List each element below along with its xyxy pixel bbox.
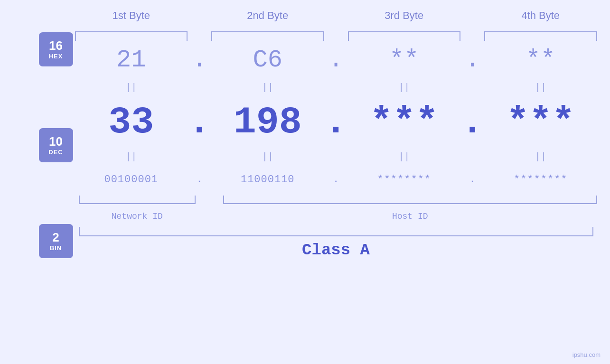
host-id-label: Host ID	[392, 212, 428, 221]
host-id-label-wrapper: Host ID	[223, 212, 597, 221]
badges-column: 16 HEX 10 DEC 2 BIN	[37, 4, 75, 259]
bracket-1	[75, 31, 188, 41]
network-id-label-wrapper: Network ID	[75, 212, 200, 221]
byte-header-4: 4th Byte	[484, 9, 597, 22]
top-bracket-row	[75, 29, 597, 41]
eq1-3: ||	[348, 82, 461, 93]
badge-hex-label: HEX	[49, 53, 63, 60]
top-bracket-3	[348, 31, 461, 41]
byte-header-2: 2nd Byte	[211, 9, 324, 22]
eq1-4: ||	[484, 82, 597, 93]
dec-value-2: 198	[211, 101, 324, 144]
eq1-1: ||	[75, 82, 188, 93]
hex-sep-2: .	[324, 46, 348, 74]
badge-dec: 10 DEC	[39, 128, 73, 162]
dec-value-4: ***	[484, 101, 597, 144]
eq2-3: ||	[348, 151, 461, 162]
hex-sep-3: .	[460, 46, 484, 74]
top-bracket-1	[75, 31, 188, 41]
top-bracket-2	[211, 31, 324, 41]
bin-value-3: ********	[348, 174, 461, 186]
right-values: 1st Byte 2nd Byte 3rd Byte 4th Byte	[75, 4, 597, 259]
network-bracket-wrapper	[75, 196, 200, 204]
dec-sep-1: .	[188, 101, 211, 144]
hex-value-2: C6	[211, 46, 324, 74]
main-grid: 16 HEX 10 DEC 2 BIN 1st Byte 2nd Byte	[37, 4, 597, 259]
class-label-wrapper: Class A	[75, 241, 597, 259]
badge-bin-number: 2	[52, 231, 59, 244]
watermark: ipshu.com	[572, 351, 601, 358]
bottom-bracket-row	[75, 196, 597, 208]
hex-sep-1: .	[188, 46, 211, 74]
equals-row-1: || || || ||	[75, 79, 597, 96]
badge-bin-label: BIN	[50, 244, 62, 252]
dec-value-3: ***	[348, 101, 461, 144]
badge-hex-number: 16	[49, 39, 63, 53]
hex-value-4: **	[484, 46, 597, 74]
bin-value-4: ********	[484, 174, 597, 186]
dec-sep-3: .	[460, 101, 484, 144]
class-bracket	[79, 227, 593, 236]
badge-dec-label: DEC	[48, 149, 63, 156]
hex-value-1: 21	[75, 46, 188, 74]
byte-header-3: 3rd Byte	[348, 9, 461, 22]
bin-value-2: 11000110	[211, 174, 324, 186]
host-id-bracket	[223, 196, 597, 204]
eq2-1: ||	[75, 151, 188, 162]
main-container: 16 HEX 10 DEC 2 BIN 1st Byte 2nd Byte	[0, 0, 610, 364]
top-bracket-4	[484, 31, 597, 41]
badge-bin: 2 BIN	[39, 224, 73, 258]
eq2-2: ||	[211, 151, 324, 162]
host-bracket-outer	[223, 196, 597, 204]
id-labels-row: Network ID Host ID	[75, 208, 597, 225]
dec-row: 33 . 198 . *** . ***	[75, 96, 597, 148]
dec-value-1: 33	[75, 101, 188, 144]
eq2-4: ||	[484, 151, 597, 162]
bin-row: 00100001 . 11000110 . ******** .	[75, 165, 597, 194]
badge-hex: 16 HEX	[39, 32, 73, 66]
network-id-label: Network ID	[112, 212, 163, 221]
hex-row: 21 . C6 . ** . **	[75, 41, 597, 79]
dec-sep-2: .	[324, 101, 348, 144]
bracket-3	[348, 31, 461, 41]
bin-sep-1: .	[188, 174, 211, 186]
bracket-4	[484, 31, 597, 41]
byte-header-1: 1st Byte	[75, 9, 188, 22]
bracket-2	[211, 31, 324, 41]
badge-dec-number: 10	[49, 135, 63, 149]
equals-row-2: || || || ||	[75, 148, 597, 165]
eq1-2: ||	[211, 82, 324, 93]
network-id-bracket	[79, 196, 196, 204]
byte-headers-row: 1st Byte 2nd Byte 3rd Byte 4th Byte	[75, 4, 597, 28]
bin-sep-3: .	[460, 174, 484, 186]
class-label: Class A	[302, 241, 370, 259]
bin-value-1: 00100001	[75, 174, 188, 186]
bin-sep-2: .	[324, 174, 348, 186]
hex-value-3: **	[348, 46, 461, 74]
